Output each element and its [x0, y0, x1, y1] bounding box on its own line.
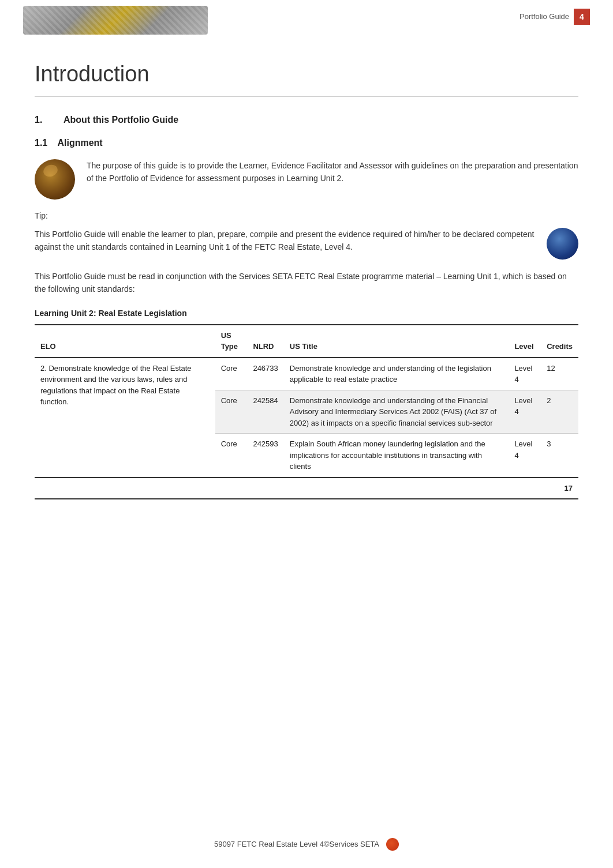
alignment-block: The purpose of this guide is to provide …	[35, 159, 578, 200]
footer-text: 59097 FETC Real Estate Level 4©Services …	[214, 839, 379, 850]
elo-cell-1: 2. Demonstrate knowledge of the Real Est…	[35, 358, 215, 478]
level-cell-2: Level 4	[509, 390, 541, 434]
total-label-cell	[35, 478, 541, 499]
nlrd-cell-2: 242584	[247, 390, 283, 434]
logo	[23, 6, 208, 35]
tip-section: This Portfolio Guide will enable the lea…	[35, 228, 578, 260]
credits-cell-2: 2	[541, 390, 578, 434]
page-number: 4	[574, 9, 590, 25]
credits-cell-3: 3	[541, 434, 578, 478]
table-header-row: ELO US Type NLRD US Title Level Credits	[35, 325, 578, 358]
section-1-number: 1.	[35, 113, 52, 127]
credits-cell-1: 12	[541, 358, 578, 390]
page-label: Portfolio Guide 4	[519, 9, 590, 25]
level-cell-3: Level 4	[509, 434, 541, 478]
level-cell-1: Level 4	[509, 358, 541, 390]
us-title-cell-3: Explain South African money laundering l…	[284, 434, 509, 478]
unit-standards-table: ELO US Type NLRD US Title Level Credits …	[35, 324, 578, 500]
section-1-heading: 1. About this Portfolio Guide	[35, 113, 578, 127]
table-section: Learning Unit 2: Real Estate Legislation…	[35, 307, 578, 500]
section-1-1-number: 1.1	[35, 138, 47, 148]
section-1-1-label: Alignment	[57, 138, 102, 148]
table-title: Learning Unit 2: Real Estate Legislation	[35, 307, 578, 320]
col-us-title: US Title	[284, 325, 509, 358]
nlrd-cell-3: 242593	[247, 434, 283, 478]
paragraph-2: This Portfolio Guide must be read in con…	[35, 270, 578, 296]
col-us-type: US Type	[215, 325, 248, 358]
footer-dot-icon	[386, 838, 399, 851]
alignment-text: The purpose of this guide is to provide …	[87, 159, 578, 200]
col-level: Level	[509, 325, 541, 358]
main-content: Introduction 1. About this Portfolio Gui…	[0, 40, 613, 534]
us-type-cell-2: Core	[215, 390, 248, 434]
tip-text: This Portfolio Guide will enable the lea…	[35, 228, 535, 254]
tip-label: Tip:	[35, 210, 578, 222]
us-type-cell-3: Core	[215, 434, 248, 478]
alignment-icon	[35, 159, 75, 200]
page-title: Introduction	[35, 58, 578, 97]
nlrd-cell-1: 246733	[247, 358, 283, 390]
us-title-cell-1: Demonstrate knowledge and understanding …	[284, 358, 509, 390]
table-row: 2. Demonstrate knowledge of the Real Est…	[35, 358, 578, 390]
portfolio-guide-label: Portfolio Guide	[519, 11, 569, 22]
us-type-cell-1: Core	[215, 358, 248, 390]
section-1-1-heading: 1.1 Alignment	[35, 136, 578, 150]
col-elo: ELO	[35, 325, 215, 358]
col-nlrd: NLRD	[247, 325, 283, 358]
page-header: Portfolio Guide 4	[0, 0, 613, 40]
col-credits: Credits	[541, 325, 578, 358]
total-credits-cell: 17	[541, 478, 578, 499]
page-footer: 59097 FETC Real Estate Level 4©Services …	[0, 838, 613, 851]
table-total-row: 17	[35, 478, 578, 499]
section-1-label: About this Portfolio Guide	[63, 113, 178, 127]
tip-icon	[547, 228, 578, 260]
us-title-cell-2: Demonstrate knowledge and understanding …	[284, 390, 509, 434]
